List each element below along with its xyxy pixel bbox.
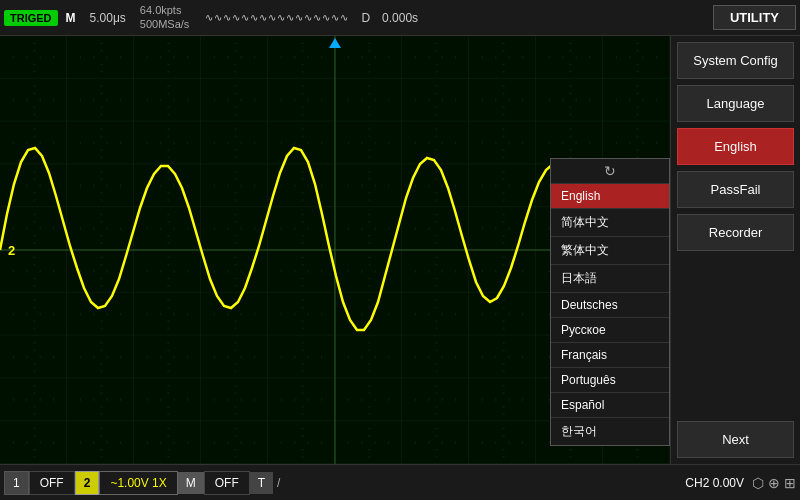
ch1-value: OFF <box>29 471 75 495</box>
save-icon: ⊕ <box>768 475 780 491</box>
utility-button[interactable]: UTILITY <box>713 5 796 30</box>
english-button[interactable]: English <box>677 128 794 165</box>
lang-traditional-chinese[interactable]: 繁体中文 <box>551 237 669 265</box>
time-val: 0.000s <box>382 11 418 25</box>
lang-spanish[interactable]: Español <box>551 393 669 418</box>
main-area: 2 System Config Language English PassFai… <box>0 36 800 464</box>
lang-korean[interactable]: 한국어 <box>551 418 669 445</box>
lang-simplified-chinese[interactable]: 简体中文 <box>551 209 669 237</box>
m-value: OFF <box>204 471 250 495</box>
t-badge[interactable]: T <box>250 472 273 494</box>
waveform-indicator: ∿∿∿∿∿∿∿∿∿∿∿∿∿∿∿∿ <box>205 12 349 23</box>
recorder-button[interactable]: Recorder <box>677 214 794 251</box>
m-badge[interactable]: M <box>178 472 204 494</box>
t-slash: / <box>273 476 284 490</box>
right-panel: System Config Language English PassFail … <box>670 36 800 464</box>
lang-french[interactable]: Français <box>551 343 669 368</box>
ch1-badge[interactable]: 1 <box>4 471 29 495</box>
lang-german[interactable]: Deutsches <box>551 293 669 318</box>
language-dropdown: ↻ English 简体中文 繁体中文 日本語 Deutsches Русско… <box>550 158 670 446</box>
ch2-badge[interactable]: 2 <box>75 471 100 495</box>
lang-russian[interactable]: Русское <box>551 318 669 343</box>
system-config-button[interactable]: System Config <box>677 42 794 79</box>
lang-japanese[interactable]: 日本語 <box>551 265 669 293</box>
language-button[interactable]: Language <box>677 85 794 122</box>
lang-portuguese[interactable]: Português <box>551 368 669 393</box>
time-div: 5.00μs <box>84 11 132 25</box>
svg-text:2: 2 <box>8 243 15 258</box>
ch2-value: ~1.00V 1X <box>99 471 177 495</box>
bottom-right-info: CH2 0.00V ⬡ ⊕ ⊞ <box>685 475 796 491</box>
bottom-icons: ⬡ ⊕ ⊞ <box>752 475 796 491</box>
ch2-voltage-info: CH2 0.00V <box>685 476 744 490</box>
bottom-toolbar: 1 OFF 2 ~1.00V 1X M OFF T / CH2 0.00V ⬡ … <box>0 464 800 500</box>
sample-rate: 64.0kpts500MSa/s <box>140 4 190 30</box>
expand-icon: ⊞ <box>784 475 796 491</box>
top-toolbar: TRIGED M 5.00μs 64.0kpts500MSa/s ∿∿∿∿∿∿∿… <box>0 0 800 36</box>
triged-badge: TRIGED <box>4 10 58 26</box>
lang-english[interactable]: English <box>551 184 669 209</box>
usb-icon: ⬡ <box>752 475 764 491</box>
refresh-icon[interactable]: ↻ <box>551 159 669 184</box>
next-button[interactable]: Next <box>677 421 794 458</box>
d-label: D <box>357 11 374 25</box>
passfail-button[interactable]: PassFail <box>677 171 794 208</box>
m-label: M <box>66 11 76 25</box>
